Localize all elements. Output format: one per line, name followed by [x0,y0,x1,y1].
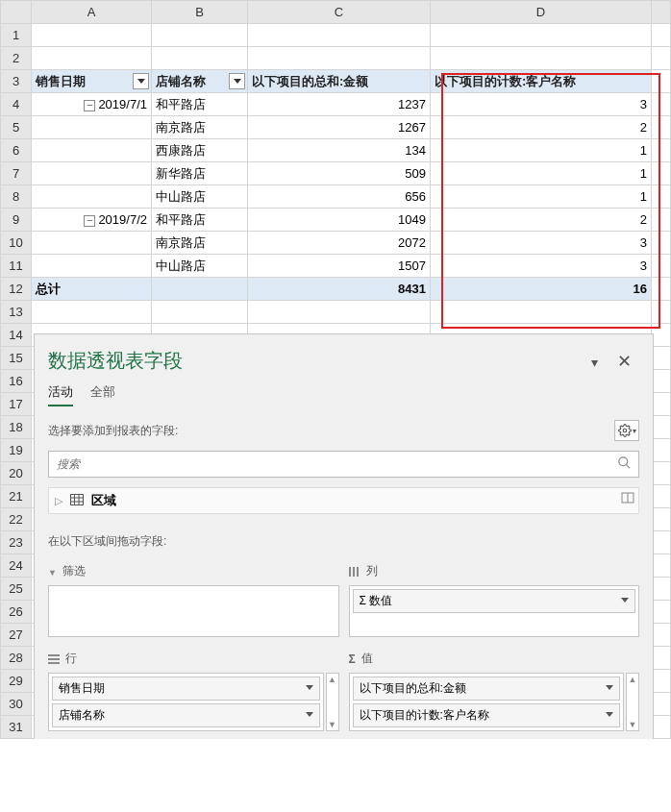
tab-all[interactable]: 全部 [90,383,115,406]
row-header[interactable]: 18 [1,416,32,439]
values-area[interactable]: 以下项目的总和:金额以下项目的计数:客户名称 [349,673,625,731]
row-header[interactable]: 21 [1,485,32,508]
col-header-b[interactable]: B [152,1,248,24]
col-header-e[interactable] [652,1,671,24]
row-header[interactable]: 12 [1,278,32,301]
row-header[interactable]: 28 [1,647,32,670]
search-icon[interactable] [617,455,632,473]
row-header[interactable]: 1 [1,24,32,47]
row-header[interactable]: 20 [1,462,32,485]
row-header[interactable]: 4 [1,93,32,116]
cell-store[interactable]: 中山路店 [152,255,248,278]
pivot-header-sum[interactable]: 以下项目的总和:金额 [248,70,431,93]
row-header[interactable]: 15 [1,347,32,370]
row-header[interactable]: 24 [1,554,32,578]
cell-sum[interactable]: 134 [248,139,431,162]
field-list-item[interactable]: ▷ 区域 [48,487,639,514]
cell-store[interactable]: 和平路店 [152,93,248,116]
row-header[interactable]: 11 [1,255,32,278]
row-header[interactable]: 3 [1,70,32,93]
cell-count[interactable]: 3 [431,255,652,278]
filter-dropdown-icon[interactable] [133,73,149,89]
cell-store[interactable]: 和平路店 [152,209,248,232]
row-header[interactable]: 8 [1,185,32,209]
cell-sum[interactable]: 509 [248,162,431,185]
tab-active[interactable]: 活动 [48,383,73,406]
cell-sum[interactable]: 1237 [248,93,431,116]
grand-total-sum[interactable]: 8431 [248,278,431,301]
col-header-a[interactable]: A [32,1,152,24]
cell-count[interactable]: 2 [431,209,652,232]
cell-count[interactable]: 1 [431,162,652,185]
cell-store[interactable]: 新华路店 [152,162,248,185]
row-header[interactable]: 22 [1,508,32,531]
pivot-fields-pane[interactable]: 数据透视表字段 ▾ ✕ 活动 全部 选择要添加到报表的字段: ▾ ▷ 区域 [34,333,654,739]
cell-count[interactable]: 3 [431,93,652,116]
cell-date[interactable] [32,185,152,209]
row-header[interactable]: 23 [1,531,32,554]
rows-area[interactable]: 销售日期店铺名称 [48,673,324,731]
pivot-header-date[interactable]: 销售日期 [32,70,152,93]
scroll-bar[interactable]: ▲▼ [626,673,639,731]
filter-dropdown-icon[interactable] [229,73,245,89]
cell-sum[interactable]: 1507 [248,255,431,278]
pane-options-dropdown-icon[interactable]: ▾ [584,351,606,374]
pivot-header-count[interactable]: 以下项目的计数:客户名称 [431,70,652,93]
cell-store[interactable]: 西康路店 [152,139,248,162]
collapse-icon[interactable]: − [84,100,95,111]
close-icon[interactable]: ✕ [609,348,639,375]
cell-sum[interactable]: 2072 [248,232,431,255]
row-header[interactable]: 30 [1,693,32,716]
row-header[interactable]: 2 [1,47,32,70]
grand-total-cell[interactable] [152,278,248,301]
pivot-header-store[interactable]: 店铺名称 [152,70,248,93]
search-input[interactable] [48,451,639,478]
row-header[interactable]: 16 [1,370,32,393]
row-header[interactable]: 10 [1,232,32,255]
columns-area[interactable]: Σ 数值 [349,585,640,637]
collapse-icon[interactable]: − [84,215,95,227]
cell-date[interactable] [32,255,152,278]
select-all-corner[interactable] [1,1,32,24]
col-header-d[interactable]: D [431,1,652,24]
area-item[interactable]: 以下项目的总和:金额 [353,677,621,701]
cell-sum[interactable]: 1049 [248,209,431,232]
row-header[interactable]: 26 [1,601,32,624]
row-header[interactable]: 13 [1,301,32,324]
area-item[interactable]: 以下项目的计数:客户名称 [353,703,621,727]
row-header[interactable]: 14 [1,324,32,347]
row-header[interactable]: 5 [1,116,32,139]
cell-count[interactable]: 2 [431,116,652,139]
cell-date[interactable] [32,232,152,255]
cell-date[interactable] [32,139,152,162]
row-header[interactable]: 6 [1,139,32,162]
area-item[interactable]: 店铺名称 [52,703,320,727]
filters-area[interactable] [48,585,339,637]
expand-icon[interactable]: ▷ [55,495,62,507]
gear-button[interactable]: ▾ [614,420,639,441]
row-header[interactable]: 9 [1,209,32,232]
cell-sum[interactable]: 656 [248,185,431,209]
cell-store[interactable]: 南京路店 [152,232,248,255]
cell-date[interactable] [32,116,152,139]
row-header[interactable]: 17 [1,393,32,416]
cell-date[interactable]: −2019/7/1 [32,93,152,116]
scroll-bar[interactable]: ▲▼ [326,673,339,731]
grand-total-label[interactable]: 总计 [32,278,152,301]
row-header[interactable]: 27 [1,624,32,647]
row-header[interactable]: 31 [1,716,32,739]
cell-store[interactable]: 南京路店 [152,116,248,139]
cell-count[interactable]: 3 [431,232,652,255]
cell-date[interactable] [32,162,152,185]
row-header[interactable]: 29 [1,670,32,693]
cell-date[interactable]: −2019/7/2 [32,209,152,232]
field-tools-icon[interactable] [621,492,634,506]
cell-store[interactable]: 中山路店 [152,185,248,209]
cell-count[interactable]: 1 [431,139,652,162]
row-header[interactable]: 25 [1,578,32,601]
cell-count[interactable]: 1 [431,185,652,209]
area-item[interactable]: 销售日期 [52,677,320,701]
row-header[interactable]: 7 [1,162,32,185]
col-header-c[interactable]: C [248,1,431,24]
cell-sum[interactable]: 1267 [248,116,431,139]
